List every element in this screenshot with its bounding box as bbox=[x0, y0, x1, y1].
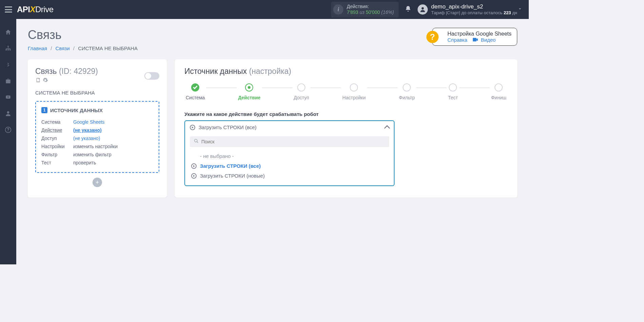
help-video-link[interactable]: Видео bbox=[481, 37, 496, 43]
briefcase-icon[interactable] bbox=[4, 77, 12, 85]
svg-point-10 bbox=[195, 139, 197, 142]
play-icon bbox=[191, 173, 197, 179]
user-info[interactable]: demo_apix-drive_s2 Тариф |Старт| до опла… bbox=[431, 3, 517, 16]
chevron-up-icon bbox=[384, 125, 390, 131]
row-filter-value[interactable]: изменить фильтр bbox=[73, 152, 112, 157]
row-access-value[interactable]: (не указано) bbox=[73, 136, 100, 141]
actions-label: Действия: bbox=[347, 4, 394, 10]
info-icon: i bbox=[333, 4, 343, 15]
step-access[interactable]: Доступ bbox=[293, 83, 311, 100]
gear-icon[interactable] bbox=[42, 76, 48, 85]
help-box: ? Настройка Google Sheets Справка Видео bbox=[432, 28, 517, 46]
app-header: APIXDrive i Действия: 7'893 из 50'000 (1… bbox=[0, 0, 529, 19]
play-icon bbox=[191, 163, 197, 169]
svg-point-6 bbox=[7, 111, 9, 114]
bell-icon[interactable] bbox=[405, 5, 411, 14]
home-icon[interactable] bbox=[4, 28, 12, 36]
help-title: Настройка Google Sheets bbox=[447, 31, 511, 37]
help-question-icon[interactable]: ? bbox=[426, 31, 439, 43]
crumb-links[interactable]: Связи bbox=[56, 45, 70, 51]
svg-rect-3 bbox=[7, 49, 8, 51]
add-button[interactable]: + bbox=[93, 178, 102, 187]
menu-button[interactable] bbox=[5, 6, 12, 13]
option-load-new[interactable]: Загрузить СТРОКИ (новые) bbox=[190, 171, 389, 181]
app-logo[interactable]: APIXDrive bbox=[17, 5, 54, 14]
option-none[interactable]: - не выбрано - bbox=[190, 151, 389, 161]
source-box: 1 ИСТОЧНИК ДАННЫХ СистемаGoogle Sheets Д… bbox=[35, 101, 159, 173]
svg-rect-4 bbox=[9, 49, 11, 51]
billing-icon[interactable] bbox=[4, 61, 12, 68]
step-system[interactable]: Система bbox=[184, 83, 206, 100]
row-test-value[interactable]: проверить bbox=[73, 160, 96, 165]
search-icon bbox=[194, 139, 199, 145]
step-filter[interactable]: Фильтр bbox=[398, 83, 416, 100]
row-system-value[interactable]: Google Sheets bbox=[73, 119, 105, 125]
user-icon[interactable] bbox=[4, 110, 12, 117]
select-current: Загрузить СТРОКИ (все) bbox=[199, 124, 257, 130]
stepper: Система Действие Доступ Настройки Фильтр… bbox=[184, 83, 508, 100]
user-avatar[interactable] bbox=[418, 4, 428, 15]
actions-numbers: 7'893 из 50'000 (16%) bbox=[347, 9, 394, 16]
system-not-selected: СИСТЕМА НЕ ВЫБРАНА bbox=[35, 90, 159, 96]
svg-rect-1 bbox=[7, 46, 8, 47]
select-header[interactable]: Загрузить СТРОКИ (все) bbox=[185, 121, 394, 134]
step-action[interactable]: Действие bbox=[237, 83, 262, 100]
setup-title: Источник данных (настройка) bbox=[184, 67, 508, 76]
tariff-line: Тариф |Старт| до оплаты осталось 223 дн bbox=[431, 10, 517, 16]
option-load-all[interactable]: Загрузить СТРОКИ (все) bbox=[190, 161, 389, 171]
video-icon[interactable] bbox=[4, 94, 12, 101]
copy-icon[interactable] bbox=[35, 76, 40, 85]
connection-toggle[interactable] bbox=[144, 72, 159, 80]
step-finish[interactable]: Финиш bbox=[490, 83, 508, 100]
chevron-down-icon[interactable] bbox=[517, 6, 523, 13]
action-select: Загрузить СТРОКИ (все) - не выбрано - bbox=[184, 120, 395, 186]
svg-rect-8 bbox=[473, 38, 477, 42]
step-test[interactable]: Тест bbox=[447, 83, 459, 100]
connection-panel: Связь (ID: 42929) СИСТЕМА НЕ ВЫБРАНА 1 И… bbox=[28, 59, 167, 198]
connection-title: Связь (ID: 42929) bbox=[35, 67, 98, 85]
connections-icon[interactable] bbox=[4, 45, 12, 52]
svg-rect-2 bbox=[6, 49, 7, 51]
help-icon[interactable] bbox=[4, 126, 12, 134]
svg-point-0 bbox=[422, 7, 424, 9]
page-content: Связь Главная / Связи / СИСТЕМА НЕ ВЫБРА… bbox=[16, 19, 529, 264]
sidebar bbox=[0, 19, 16, 264]
search-input[interactable] bbox=[201, 139, 385, 144]
badge-number: 1 bbox=[41, 107, 47, 113]
row-action-value[interactable]: (не указано) bbox=[73, 127, 102, 133]
play-icon bbox=[190, 125, 195, 130]
page-title: Связь bbox=[28, 28, 138, 42]
user-name: demo_apix-drive_s2 bbox=[431, 3, 517, 10]
row-settings-value[interactable]: изменить настройки bbox=[73, 144, 118, 149]
actions-counter[interactable]: i Действия: 7'893 из 50'000 (16%) bbox=[331, 2, 399, 18]
breadcrumb: Главная / Связи / СИСТЕМА НЕ ВЫБРАНА bbox=[28, 45, 138, 51]
crumb-home[interactable]: Главная bbox=[28, 45, 47, 51]
search-input-row[interactable] bbox=[190, 136, 389, 147]
step-settings[interactable]: Настройки bbox=[341, 83, 367, 100]
setup-panel: Источник данных (настройка) Система Дейс… bbox=[175, 59, 517, 198]
camera-icon bbox=[473, 37, 480, 43]
help-reference-link[interactable]: Справка bbox=[447, 37, 467, 43]
crumb-current: СИСТЕМА НЕ ВЫБРАНА bbox=[78, 45, 138, 51]
action-prompt: Укажите на какое действие будет срабатыв… bbox=[184, 111, 508, 117]
source-heading: 1 ИСТОЧНИК ДАННЫХ bbox=[41, 107, 153, 113]
